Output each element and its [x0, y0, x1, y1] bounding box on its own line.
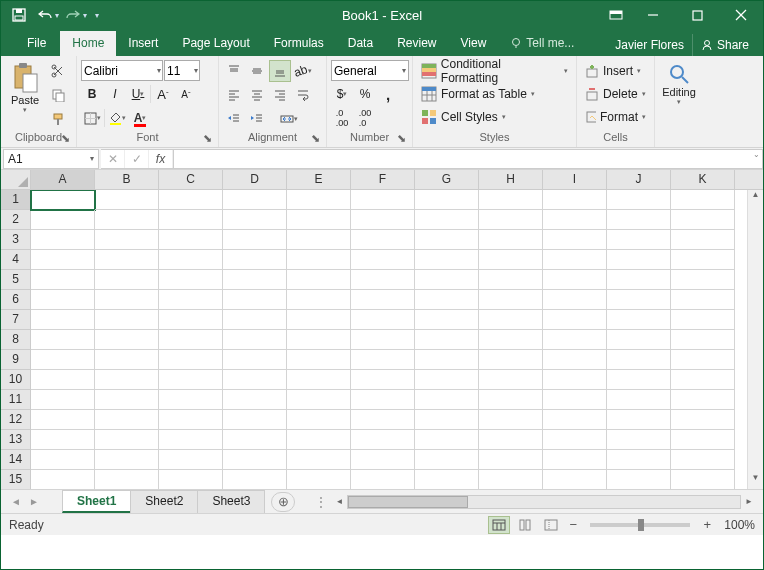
- cell-B7[interactable]: [95, 310, 159, 330]
- cell-C9[interactable]: [159, 350, 223, 370]
- cell-C5[interactable]: [159, 270, 223, 290]
- cell-C6[interactable]: [159, 290, 223, 310]
- cell-K5[interactable]: [671, 270, 735, 290]
- cell-H9[interactable]: [479, 350, 543, 370]
- enter-formula-button[interactable]: ✓: [125, 150, 149, 168]
- minimize-button[interactable]: [631, 1, 675, 29]
- cell-K6[interactable]: [671, 290, 735, 310]
- cell-H6[interactable]: [479, 290, 543, 310]
- cells-area[interactable]: [31, 190, 747, 489]
- column-header-H[interactable]: H: [479, 170, 543, 189]
- cell-J2[interactable]: [607, 210, 671, 230]
- cell-G5[interactable]: [415, 270, 479, 290]
- cell-G11[interactable]: [415, 390, 479, 410]
- cell-styles-button[interactable]: Cell Styles▾: [417, 106, 572, 128]
- row-header-11[interactable]: 11: [1, 390, 31, 410]
- cell-A5[interactable]: [31, 270, 95, 290]
- cell-I6[interactable]: [543, 290, 607, 310]
- cell-B13[interactable]: [95, 430, 159, 450]
- number-launcher-icon[interactable]: ⬊: [394, 131, 408, 145]
- cell-G6[interactable]: [415, 290, 479, 310]
- cell-F8[interactable]: [351, 330, 415, 350]
- scroll-right-icon[interactable]: ►: [741, 497, 757, 506]
- cell-K11[interactable]: [671, 390, 735, 410]
- editing-button[interactable]: Editing ▾: [659, 60, 699, 108]
- insert-cells-button[interactable]: Insert▾: [581, 60, 650, 82]
- cell-J8[interactable]: [607, 330, 671, 350]
- format-painter-button[interactable]: [47, 108, 69, 130]
- row-header-3[interactable]: 3: [1, 230, 31, 250]
- format-cells-button[interactable]: Format▾: [581, 106, 650, 128]
- qat-customize-icon[interactable]: ▾: [89, 4, 105, 26]
- row-header-2[interactable]: 2: [1, 210, 31, 230]
- zoom-level[interactable]: 100%: [724, 518, 755, 532]
- split-handle-icon[interactable]: ⋮: [315, 495, 327, 509]
- cell-C4[interactable]: [159, 250, 223, 270]
- name-box[interactable]: A1 ▾: [3, 149, 99, 169]
- cell-A3[interactable]: [31, 230, 95, 250]
- font-launcher-icon[interactable]: ⬊: [200, 131, 214, 145]
- copy-button[interactable]: [47, 84, 69, 106]
- cell-B14[interactable]: [95, 450, 159, 470]
- cell-E6[interactable]: [287, 290, 351, 310]
- cell-I7[interactable]: [543, 310, 607, 330]
- row-header-1[interactable]: 1: [1, 190, 31, 210]
- cell-C11[interactable]: [159, 390, 223, 410]
- cell-B12[interactable]: [95, 410, 159, 430]
- cell-C15[interactable]: [159, 470, 223, 489]
- cell-D8[interactable]: [223, 330, 287, 350]
- cell-F4[interactable]: [351, 250, 415, 270]
- scroll-down-icon[interactable]: ▼: [748, 473, 763, 489]
- row-header-15[interactable]: 15: [1, 470, 31, 489]
- cell-E12[interactable]: [287, 410, 351, 430]
- cell-E11[interactable]: [287, 390, 351, 410]
- tab-data[interactable]: Data: [336, 31, 385, 56]
- cell-I11[interactable]: [543, 390, 607, 410]
- cell-C10[interactable]: [159, 370, 223, 390]
- cell-J14[interactable]: [607, 450, 671, 470]
- cell-K2[interactable]: [671, 210, 735, 230]
- tab-file[interactable]: File: [13, 31, 60, 56]
- cell-D9[interactable]: [223, 350, 287, 370]
- cell-I12[interactable]: [543, 410, 607, 430]
- cell-A7[interactable]: [31, 310, 95, 330]
- zoom-out-button[interactable]: −: [566, 517, 580, 532]
- cell-H10[interactable]: [479, 370, 543, 390]
- cell-D14[interactable]: [223, 450, 287, 470]
- delete-cells-button[interactable]: Delete▾: [581, 83, 650, 105]
- cell-F12[interactable]: [351, 410, 415, 430]
- cell-K13[interactable]: [671, 430, 735, 450]
- borders-button[interactable]: ▾: [81, 107, 103, 129]
- row-header-6[interactable]: 6: [1, 290, 31, 310]
- row-header-9[interactable]: 9: [1, 350, 31, 370]
- cell-G8[interactable]: [415, 330, 479, 350]
- undo-icon[interactable]: [33, 4, 57, 26]
- cell-F10[interactable]: [351, 370, 415, 390]
- cell-G13[interactable]: [415, 430, 479, 450]
- fill-color-button[interactable]: ▾: [106, 107, 128, 129]
- accounting-format-button[interactable]: $▾: [331, 83, 353, 105]
- align-middle-button[interactable]: [246, 60, 268, 82]
- cell-J15[interactable]: [607, 470, 671, 489]
- cell-I8[interactable]: [543, 330, 607, 350]
- page-layout-view-button[interactable]: [514, 516, 536, 534]
- column-header-D[interactable]: D: [223, 170, 287, 189]
- expand-formula-bar-icon[interactable]: ⌄: [753, 150, 760, 159]
- cell-C12[interactable]: [159, 410, 223, 430]
- cell-K14[interactable]: [671, 450, 735, 470]
- align-top-button[interactable]: [223, 60, 245, 82]
- cell-A11[interactable]: [31, 390, 95, 410]
- cell-G14[interactable]: [415, 450, 479, 470]
- cell-G7[interactable]: [415, 310, 479, 330]
- column-header-I[interactable]: I: [543, 170, 607, 189]
- column-header-K[interactable]: K: [671, 170, 735, 189]
- cell-D2[interactable]: [223, 210, 287, 230]
- orientation-button[interactable]: ab▾: [292, 60, 314, 82]
- cell-F2[interactable]: [351, 210, 415, 230]
- cell-C1[interactable]: [159, 190, 223, 210]
- cell-G2[interactable]: [415, 210, 479, 230]
- cell-J9[interactable]: [607, 350, 671, 370]
- align-right-button[interactable]: [269, 84, 291, 106]
- cell-B4[interactable]: [95, 250, 159, 270]
- cell-E10[interactable]: [287, 370, 351, 390]
